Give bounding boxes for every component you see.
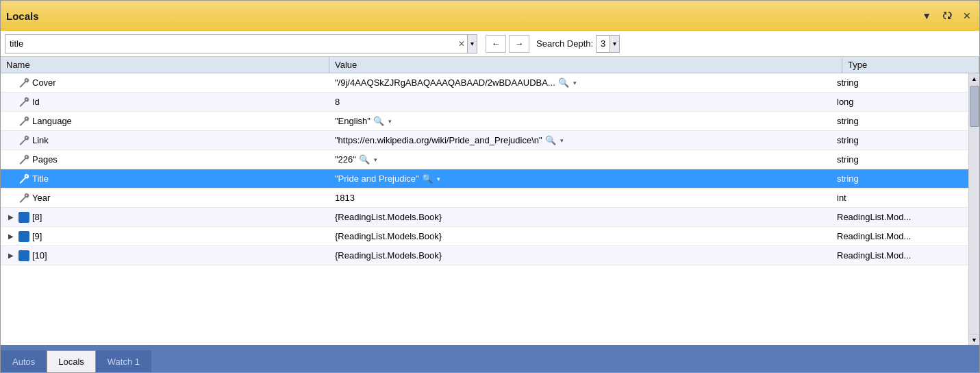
- value-text: "/9j/4AAQSkZJRgABAQAAAQABAAD/2wBDAAUDBA.…: [335, 77, 555, 88]
- expand-icon[interactable]: ▶: [6, 251, 16, 261]
- scrollbar-thumb[interactable]: [970, 86, 979, 127]
- cell-name: Year: [1, 191, 329, 206]
- search-depth-dropdown-button[interactable]: ▾: [610, 36, 619, 52]
- table-row[interactable]: Link "https://en.wikipedia.org/wiki/Prid…: [1, 131, 968, 150]
- tab-autos[interactable]: Autos: [1, 350, 47, 372]
- tab-bar: Autos Locals Watch 1: [1, 345, 979, 372]
- wrench-icon: [18, 97, 29, 108]
- search-input[interactable]: [5, 37, 456, 50]
- cell-type: ReadingList.Mod...: [831, 210, 968, 224]
- cell-value: {ReadingList.Models.Book}: [329, 248, 831, 263]
- cell-value: 1813: [329, 191, 831, 205]
- name-text: [9]: [32, 231, 42, 241]
- cell-name: Cover: [1, 75, 329, 91]
- search-icon[interactable]: 🔍: [422, 173, 433, 184]
- cell-type: string: [831, 152, 968, 167]
- cell-name: Title: [1, 171, 329, 186]
- scrollbar: ▲ ▼: [968, 73, 979, 345]
- cell-value: "226" 🔍 ▾: [329, 152, 831, 167]
- cell-type: string: [831, 133, 968, 147]
- search-icon[interactable]: 🔍: [558, 77, 569, 88]
- search-depth-selector: 3 ▾: [596, 35, 620, 53]
- search-depth-value: 3: [596, 38, 610, 49]
- table-header: Name Value Type: [1, 57, 979, 73]
- cell-name: Link: [1, 133, 329, 148]
- cell-value: {ReadingList.Models.Book}: [329, 210, 831, 224]
- search-clear-button[interactable]: ✕: [456, 38, 467, 50]
- search-dropdown-button[interactable]: ▾: [467, 35, 477, 53]
- value-dropdown-icon[interactable]: ▾: [373, 156, 379, 163]
- cell-value: "Pride and Prejudice" 🔍 ▾: [329, 171, 831, 186]
- name-text: Id: [32, 97, 40, 107]
- cell-name: ▶ [9]: [1, 229, 329, 244]
- table-row[interactable]: Language "English" 🔍 ▾ string: [1, 112, 968, 131]
- nav-forward-button[interactable]: →: [509, 35, 529, 53]
- search-icon[interactable]: 🔍: [359, 154, 370, 165]
- table-wrapper: Cover "/9j/4AAQSkZJRgABAQAAAQABAAD/2wBDA…: [1, 73, 979, 345]
- tab-locals[interactable]: Locals: [47, 350, 96, 372]
- search-icon[interactable]: 🔍: [545, 135, 556, 145]
- dropdown-button[interactable]: ▼: [919, 9, 934, 23]
- cell-name: Id: [1, 95, 329, 110]
- close-button[interactable]: ✕: [960, 9, 974, 23]
- name-text: [10]: [32, 250, 47, 261]
- search-bar: ✕ ▾ ← → Search Depth: 3 ▾: [1, 31, 979, 57]
- column-header-name: Name: [1, 57, 329, 73]
- table-row[interactable]: Year 1813 int: [1, 189, 968, 208]
- expand-icon[interactable]: ▶: [6, 232, 16, 241]
- value-text: {ReadingList.Models.Book}: [335, 212, 442, 222]
- cube-icon: [18, 250, 29, 261]
- title-bar-controls: ▼ 🗘 ✕: [919, 9, 974, 23]
- value-text: 8: [335, 97, 340, 107]
- window-title: Locals: [6, 10, 39, 22]
- wrench-icon: [18, 193, 29, 204]
- title-bar: Locals ▼ 🗘 ✕: [1, 1, 979, 31]
- table-row-selected[interactable]: Title "Pride and Prejudice" 🔍 ▾ string: [1, 169, 968, 189]
- tab-watch1[interactable]: Watch 1: [96, 350, 151, 372]
- value-text: "226": [335, 154, 356, 165]
- cell-type: string: [831, 171, 968, 186]
- column-header-type: Type: [842, 57, 979, 73]
- tab-label: Autos: [12, 357, 35, 367]
- name-text: Language: [32, 116, 72, 126]
- cell-type: ReadingList.Mod...: [831, 248, 968, 263]
- cell-type: string: [831, 75, 968, 90]
- name-text: Cover: [32, 77, 56, 88]
- cell-type: ReadingList.Mod...: [831, 229, 968, 243]
- table-body: Cover "/9j/4AAQSkZJRgABAQAAAQABAAD/2wBDA…: [1, 73, 968, 345]
- cube-icon: [18, 212, 29, 223]
- table-row[interactable]: Pages "226" 🔍 ▾ string: [1, 150, 968, 169]
- tab-label: Watch 1: [108, 357, 140, 367]
- tab-label: Locals: [58, 357, 84, 367]
- table-row[interactable]: Cover "/9j/4AAQSkZJRgABAQAAAQABAAD/2wBDA…: [1, 73, 968, 93]
- value-dropdown-icon[interactable]: ▾: [387, 118, 393, 125]
- cell-type: string: [831, 114, 968, 128]
- expand-icon[interactable]: ▶: [6, 213, 16, 222]
- name-text: Pages: [32, 154, 58, 165]
- cell-name: ▶ [10]: [1, 248, 329, 263]
- scrollbar-up-button[interactable]: ▲: [969, 73, 979, 84]
- cell-value: {ReadingList.Models.Book}: [329, 229, 831, 243]
- name-text: Link: [32, 135, 49, 145]
- table-row[interactable]: ▶ [8] {ReadingList.Models.Book} ReadingL…: [1, 208, 968, 227]
- value-text: 1813: [335, 193, 355, 203]
- value-dropdown-icon[interactable]: ▾: [572, 80, 578, 86]
- value-dropdown-icon[interactable]: ▾: [436, 176, 442, 182]
- cell-value: "/9j/4AAQSkZJRgABAQAAAQABAAD/2wBDAAUDBA.…: [329, 75, 831, 90]
- cell-name: Language: [1, 114, 329, 129]
- cell-value: "English" 🔍 ▾: [329, 114, 831, 128]
- pin-button[interactable]: 🗘: [940, 9, 955, 23]
- table-row[interactable]: ▶ [9] {ReadingList.Models.Book} ReadingL…: [1, 227, 968, 246]
- scrollbar-down-button[interactable]: ▼: [969, 334, 979, 345]
- table-row[interactable]: ▶ [10] {ReadingList.Models.Book} Reading…: [1, 246, 968, 265]
- search-icon[interactable]: 🔍: [373, 116, 384, 126]
- cell-type: long: [831, 95, 968, 109]
- wrench-icon: [18, 173, 29, 184]
- cube-icon: [18, 231, 29, 242]
- locals-window: Locals ▼ 🗘 ✕ ✕ ▾ ← → Search Depth: 3 ▾ N…: [0, 0, 980, 373]
- value-dropdown-icon[interactable]: ▾: [559, 137, 565, 144]
- name-text: [8]: [32, 212, 42, 222]
- nav-back-button[interactable]: ←: [486, 35, 506, 53]
- table-row[interactable]: Id 8 long: [1, 93, 968, 112]
- value-text: {ReadingList.Models.Book}: [335, 231, 442, 241]
